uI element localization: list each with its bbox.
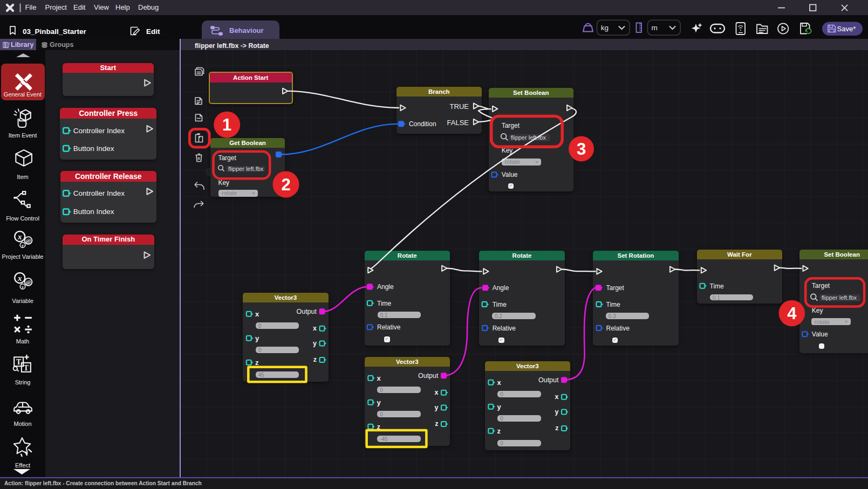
svg-text:Save*: Save* [837, 25, 856, 33]
svg-text:1: 1 [222, 115, 231, 134]
svg-text:m: m [652, 24, 658, 32]
svg-text:2: 2 [281, 175, 290, 194]
svg-text:4: 4 [787, 304, 797, 323]
svg-text:3: 3 [577, 140, 586, 159]
svg-text:kg: kg [601, 24, 609, 32]
